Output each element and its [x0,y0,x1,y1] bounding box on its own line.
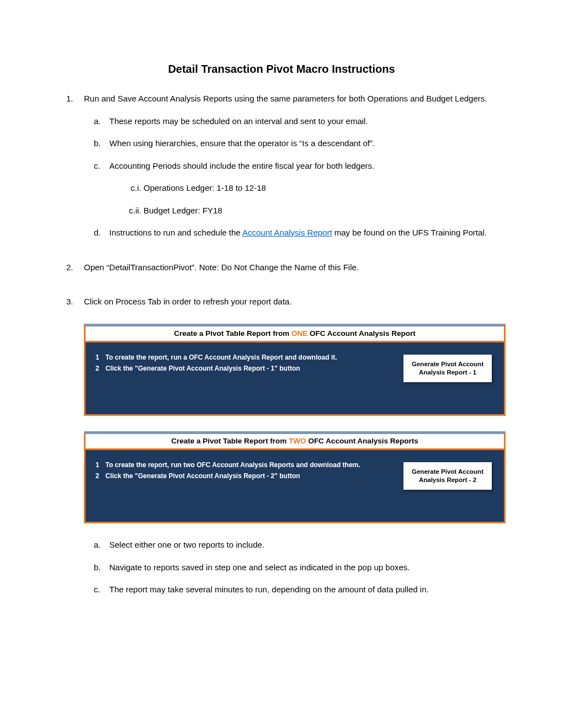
instruction-list: 1. Run and Save Account Analysis Reports… [66,93,497,308]
sub-marker: a. [94,539,101,552]
step-1c-i: c.i. Operations Ledger: 1-18 to 12-18 [109,182,497,195]
header-highlight: TWO [289,437,306,445]
step-number: 3. [66,296,73,308]
header-post: OFC Account Analysis Reports [306,437,418,445]
panel-one-header: Create a Pivot Table Report from ONE OFC… [86,326,504,342]
row-text: Click the "Generate Pivot Account Analys… [105,363,300,373]
generate-pivot-report-1-button[interactable]: Generate Pivot Account Analysis Report -… [403,355,492,382]
panel-two-body: 1 To create the report, run two OFC Acco… [86,450,504,522]
step-3b: b. Navigate to reports saved in step one… [84,561,497,574]
step-1c: c. Accounting Periods should include the… [84,160,497,217]
step-2: 2. Open “DetailTransactionPivot”. Note: … [66,261,497,274]
step-text: Open “DetailTransactionPivot”. Note: Do … [84,263,359,272]
sub-text: When using hierarchies, ensure that the … [109,138,375,148]
row-number: 1 [95,460,105,470]
sub-text: Select either one or two reports to incl… [109,540,264,549]
sub-text: Navigate to reports saved in step one an… [109,563,410,572]
step-3-sublist: a. Select either one or two reports to i… [84,539,497,596]
step-1: 1. Run and Save Account Analysis Reports… [66,93,497,239]
sub-marker: b. [94,561,101,574]
header-post: OFC Account Analysis Report [307,329,416,338]
step-1d: d. Instructions to run and schedule the … [84,227,497,239]
account-analysis-report-link[interactable]: Account Analysis Report [242,228,332,237]
sub-text: Accounting Periods should include the en… [109,161,374,170]
step-1a: a. These reports may be scheduled on an … [84,115,497,128]
step-number: 2. [66,261,73,274]
generate-pivot-report-2-button[interactable]: Generate Pivot Account Analysis Report -… [403,462,492,490]
sub-marker: a. [94,115,101,128]
step-1c-ii: c.ii. Budget Ledger: FY18 [109,205,497,217]
sub-marker: d. [94,227,101,239]
step-3c: c. The report may take several minutes t… [84,584,497,596]
sub-text-pre: Instructions to run and schedule the [109,228,242,237]
step-1b: b. When using hierarchies, ensure that t… [84,137,497,150]
row-number: 2 [95,363,105,373]
step-text: Run and Save Account Analysis Reports us… [84,94,487,103]
header-pre: Create a Pivot Table Report from [174,329,291,338]
step-3a: a. Select either one or two reports to i… [84,539,497,552]
row-number: 2 [95,471,105,481]
pivot-panel-two: Create a Pivot Table Report from TWO OFC… [84,431,506,523]
header-pre: Create a Pivot Table Report from [171,437,289,445]
row-number: 1 [95,352,105,362]
step-number: 1. [66,93,73,105]
row-text: To create the report, run a OFC Account … [105,352,337,362]
sub-marker: c. [94,584,100,596]
step-1-sublist: a. These reports may be scheduled on an … [84,115,497,239]
page-title: Detail Transaction Pivot Macro Instructi… [66,61,497,77]
step-3: 3. Click on Process Tab in order to refr… [66,296,497,308]
row-text: To create the report, run two OFC Accoun… [105,460,360,470]
subsub-text: Budget Ledger: FY18 [144,206,222,215]
subsub-text: Operations Ledger: 1-18 to 12-18 [144,183,266,192]
pivot-panel-one: Create a Pivot Table Report from ONE OFC… [84,324,506,416]
sub-text-post: may be found on the UFS Training Portal. [332,228,487,237]
panel-one-body: 1 To create the report, run a OFC Accoun… [86,342,504,414]
sub-marker: c. [94,160,100,173]
step-1c-sublist: c.i. Operations Ledger: 1-18 to 12-18 c.… [109,182,497,217]
row-text: Click the "Generate Pivot Account Analys… [105,471,300,481]
sub-text: These reports may be scheduled on an int… [109,116,368,126]
subsub-marker: c.i. [119,182,141,195]
step-text: Click on Process Tab in order to refresh… [84,297,292,306]
header-highlight: ONE [291,329,307,338]
panel-two-header: Create a Pivot Table Report from TWO OFC… [86,434,504,450]
sub-marker: b. [94,137,101,150]
subsub-marker: c.ii. [119,205,141,217]
sub-text: The report may take several minutes to r… [109,585,429,594]
